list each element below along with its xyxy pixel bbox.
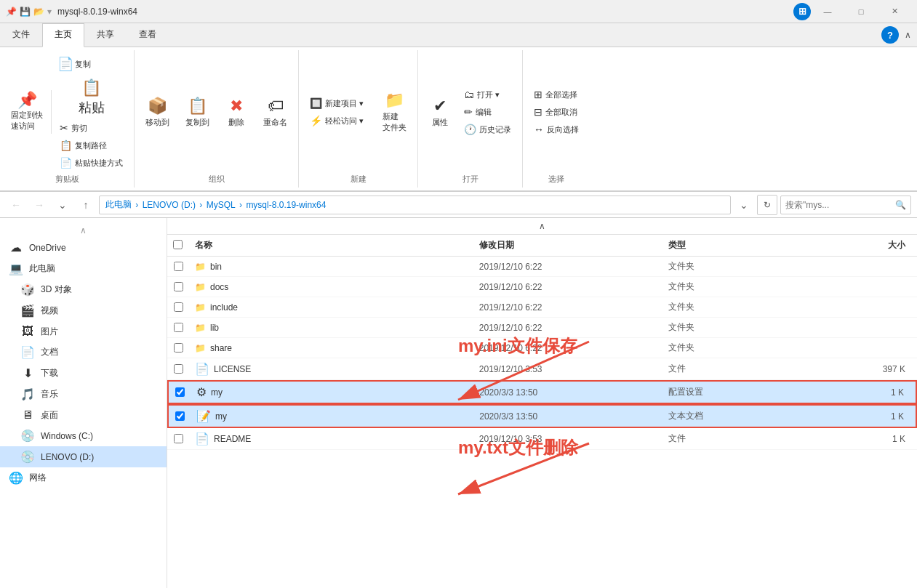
address-dropdown-button[interactable]: ⌄ [734, 195, 754, 215]
forward-button[interactable]: → [29, 195, 49, 215]
table-row[interactable]: 📁 bin 2019/12/10 6:22 文件夹 [167, 257, 917, 277]
tab-home[interactable]: 主页 [42, 23, 84, 47]
dropdown-button[interactable]: ⌄ [52, 195, 73, 215]
sort-arrow-up[interactable]: ∧ [167, 218, 917, 235]
filename-my-txt: my [215, 411, 227, 422]
pin-button[interactable]: 📌 固定到快速访问 [6, 89, 48, 135]
select-all-button[interactable]: ⊞ 全部选择 [529, 86, 584, 102]
table-row[interactable]: 📄 LICENSE 2019/12/10 3:53 文件 397 K [167, 358, 917, 380]
clipboard-actions: 📄 复制 📋 粘贴 ✂ 剪切 📋 复制路径 [55, 53, 128, 171]
edit-icon: ✏ [464, 106, 473, 118]
search-input[interactable] [785, 200, 895, 210]
row-type-license: 文件 [668, 363, 810, 375]
open-button[interactable]: 🗂 打开 ▾ [459, 86, 516, 102]
title-bar-icons: 📌 💾 📂 ▾ [6, 7, 52, 17]
col-date-header[interactable]: 修改日期 [479, 239, 669, 251]
select-label: 选择 [548, 174, 564, 185]
col-type-header[interactable]: 类型 [668, 239, 810, 251]
open-label: 打开 ▾ [477, 89, 500, 100]
easy-access-button[interactable]: ⚡ 轻松访问 ▾ [305, 113, 369, 129]
col-name-header[interactable]: 名称 [189, 239, 479, 251]
sidebar-item-music[interactable]: 🎵 音乐 [0, 384, 167, 405]
path-segment-mysql[interactable]: MySQL [207, 200, 236, 210]
new-actions: 🔲 新建项目 ▾ ⚡ 轻松访问 ▾ [305, 95, 369, 129]
sidebar-item-network[interactable]: 🌐 网络 [0, 467, 167, 488]
maximize-button[interactable]: □ [844, 0, 878, 23]
rename-icon: 🏷 [268, 97, 284, 116]
new-folder-button[interactable]: 📁 新建文件夹 [377, 87, 412, 137]
cut-button[interactable]: ✂ 剪切 [55, 120, 128, 136]
delete-icon: ✖ [230, 97, 243, 116]
help-button[interactable]: ⊞ [793, 3, 811, 20]
sidebar-item-documents[interactable]: 📄 文档 [0, 342, 167, 363]
close-button[interactable]: ✕ [878, 0, 911, 23]
path-segment-lenovo[interactable]: LENOVO (D:) [143, 200, 196, 210]
sidebar-label-music: 音乐 [41, 388, 58, 400]
sidebar-item-video[interactable]: 🎬 视频 [0, 300, 167, 321]
edit-button[interactable]: ✏ 编辑 [459, 104, 516, 120]
filename-docs: docs [210, 282, 228, 292]
row-check-lib [167, 323, 189, 332]
select-all-checkbox[interactable] [173, 240, 183, 249]
sidebar-item-desktop[interactable]: 🖥 桌面 [0, 405, 167, 425]
table-row[interactable]: 📁 include 2019/12/10 6:22 文件夹 [167, 297, 917, 318]
sidebar-item-onedrive[interactable]: ☁ OneDrive [0, 237, 167, 258]
copy-path-icon: 📋 [60, 140, 72, 151]
tab-file[interactable]: 文件 [0, 23, 42, 47]
copy-button[interactable]: 📄 复制 [55, 53, 128, 75]
sidebar-item-windows-c[interactable]: 💿 Windows (C:) [0, 425, 167, 446]
downloads-icon: ⬇ [20, 366, 35, 380]
back-button[interactable]: ← [6, 195, 26, 215]
sidebar-scroll-up[interactable]: ∧ [0, 224, 167, 237]
up-button[interactable]: ↑ [76, 195, 96, 215]
invert-select-button[interactable]: ↔ 反向选择 [529, 121, 584, 137]
table-row[interactable]: 📁 share 2019/12/10 6:22 文件夹 [167, 338, 917, 358]
sidebar-item-lenovo-d[interactable]: 💿 LENOVO (D:) [0, 446, 167, 467]
checkbox-my-config[interactable] [175, 387, 185, 397]
rename-button[interactable]: 🏷 重命名 [258, 93, 292, 132]
select-none-label: 全部取消 [545, 107, 577, 118]
checkbox-docs[interactable] [174, 282, 183, 291]
minimize-button[interactable]: — [811, 0, 844, 23]
paste-shortcut-button[interactable]: 📄 粘贴快捷方式 [55, 155, 128, 171]
refresh-button[interactable]: ↻ [757, 195, 777, 215]
copy-path-button[interactable]: 📋 复制路径 [55, 137, 128, 153]
checkbox-readme[interactable] [174, 434, 183, 443]
tab-share[interactable]: 共享 [84, 23, 127, 47]
search-icon: 🔍 [895, 200, 906, 210]
table-row[interactable]: 📄 README 2019/12/10 3:53 文件 1 K [167, 428, 917, 450]
path-segment-version[interactable]: mysql-8.0.19-winx64 [246, 200, 326, 210]
ribbon-help-button[interactable]: ? [881, 26, 899, 44]
table-row[interactable]: ⚙ my 2020/3/3 13:50 配置设置 1 K [167, 380, 917, 404]
row-name-license: 📄 LICENSE [189, 362, 479, 376]
new-item-button[interactable]: 🔲 新建项目 ▾ [305, 95, 369, 111]
tab-view[interactable]: 查看 [127, 23, 169, 47]
checkbox-share[interactable] [174, 343, 183, 353]
paste-button[interactable]: 📋 粘贴 [55, 76, 128, 118]
checkbox-license[interactable] [174, 364, 183, 374]
table-row[interactable]: 📁 docs 2019/12/10 6:22 文件夹 [167, 277, 917, 297]
select-none-button[interactable]: ⊟ 全部取消 [529, 104, 584, 120]
ribbon-tabs: 文件 主页 共享 查看 ? ∧ [0, 23, 917, 47]
checkbox-bin[interactable] [174, 262, 183, 271]
history-button[interactable]: 🕐 历史记录 [459, 121, 516, 137]
ribbon-collapse-up[interactable]: ∧ [905, 30, 911, 40]
checkbox-include[interactable] [174, 302, 183, 312]
sidebar-item-thispc[interactable]: 💻 此电脑 [0, 258, 167, 279]
sidebar-item-downloads[interactable]: ⬇ 下载 [0, 363, 167, 384]
properties-button[interactable]: ✔ 属性 [424, 93, 456, 132]
delete-button[interactable]: ✖ 删除 [220, 93, 252, 132]
copy-to-button[interactable]: 📋 复制到 [180, 93, 215, 132]
checkbox-my-txt[interactable] [175, 411, 185, 421]
move-to-button[interactable]: 📦 移动到 [140, 93, 175, 132]
table-row[interactable]: 📁 lib 2019/12/10 6:22 文件夹 [167, 318, 917, 338]
sidebar-label-pictures: 图片 [41, 326, 58, 338]
row-type-share: 文件夹 [668, 342, 810, 354]
sidebar-item-3d[interactable]: 🎲 3D 对象 [0, 279, 167, 300]
table-row[interactable]: 📝 my 2020/3/3 13:50 文本文档 1 K [167, 404, 917, 428]
col-size-header[interactable]: 大小 [811, 239, 917, 251]
checkbox-lib[interactable] [174, 323, 183, 332]
address-path[interactable]: 此电脑 › LENOVO (D:) › MySQL › mysql-8.0.19… [99, 196, 731, 214]
path-segment-computer[interactable]: 此电脑 [105, 198, 132, 211]
sidebar-item-pictures[interactable]: 🖼 图片 [0, 321, 167, 342]
